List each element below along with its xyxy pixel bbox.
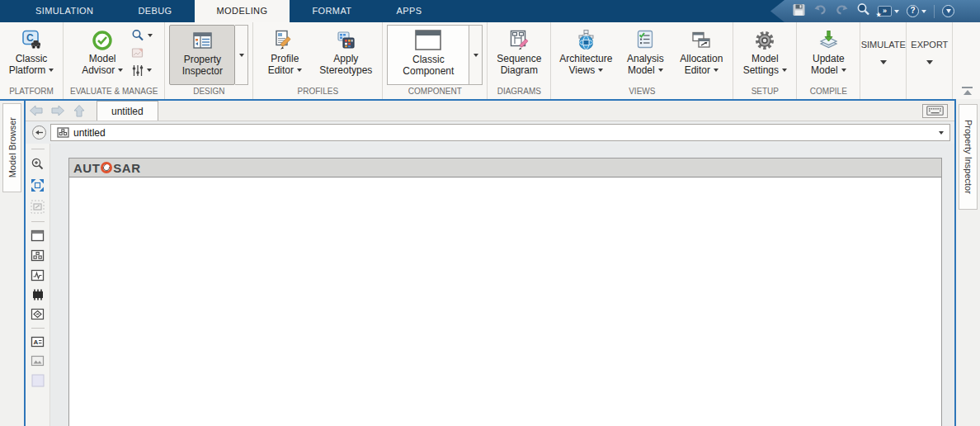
undo-icon[interactable] xyxy=(813,3,827,19)
keyboard-icon xyxy=(926,106,944,116)
dropdown-arrow-icon xyxy=(118,69,123,72)
help-button[interactable]: ? xyxy=(907,5,926,17)
tab-apps[interactable]: APPS xyxy=(374,0,444,22)
toolstrip-tab-bar: SIMULATION DEBUG MODELING FORMAT APPS »★… xyxy=(0,0,980,22)
analysis-model-button[interactable]: Analysis Model xyxy=(618,25,672,85)
back-icon[interactable] xyxy=(26,101,47,121)
property-inspector-button[interactable]: Property Inspector xyxy=(169,25,235,85)
image-icon[interactable] xyxy=(31,355,45,367)
button-label: Profile xyxy=(271,53,299,64)
junction-icon[interactable] xyxy=(31,308,45,320)
sequence-diagram-button[interactable]: Sequence Diagram xyxy=(492,25,546,85)
breadcrumb-item[interactable]: untitled xyxy=(73,127,106,139)
classic-platform-button[interactable]: C Classic Platform xyxy=(4,25,59,85)
simulate-gallery[interactable]: SIMULATE xyxy=(860,22,907,99)
signal-icon[interactable] xyxy=(31,269,45,282)
dropdown-arrow-icon xyxy=(841,69,846,72)
dropdown-arrow-icon xyxy=(49,69,54,72)
save-icon[interactable] xyxy=(792,3,806,20)
up-icon[interactable] xyxy=(68,101,90,121)
zoom-in-icon[interactable] xyxy=(31,157,45,171)
profile-editor-button[interactable]: Profile Editor xyxy=(257,25,312,85)
workspace: Model Browser untitled xyxy=(0,99,980,426)
property-inspector-label: Property Inspector xyxy=(964,120,973,194)
component-gallery-dropdown[interactable] xyxy=(469,25,483,85)
subsystem-icon xyxy=(57,127,69,138)
model-canvas[interactable]: AUTSAR xyxy=(68,158,942,426)
keyboard-shortcuts-button[interactable] xyxy=(922,104,948,118)
dropdown-arrow-icon xyxy=(782,69,787,72)
tab-debug[interactable]: DEBUG xyxy=(115,0,194,22)
search-icon[interactable] xyxy=(856,2,870,20)
model-settings-button[interactable]: Model Settings xyxy=(737,25,792,85)
button-label: Architecture xyxy=(559,53,612,64)
fit-to-view-icon[interactable] xyxy=(31,178,45,192)
model-advisor-button[interactable]: Model Advisor xyxy=(75,25,130,85)
divider xyxy=(31,328,45,329)
tab-modeling[interactable]: MODELING xyxy=(195,0,290,22)
architecture-views-button[interactable]: Architecture Views xyxy=(555,25,616,85)
breadcrumb-dropdown-icon[interactable] xyxy=(939,131,944,135)
apply-stereotypes-button[interactable]: Apply Stereotypes xyxy=(313,25,378,85)
section-diagrams: Sequence Diagram DIAGRAMS xyxy=(488,22,551,99)
button-label: Model xyxy=(89,53,116,64)
autosar-logo: AUTSAR xyxy=(73,161,141,175)
property-inspector-dropdown[interactable] xyxy=(235,25,248,85)
classic-component-button[interactable]: Classic Component xyxy=(387,25,469,85)
button-label: Analysis xyxy=(627,53,664,64)
minimize-toolstrip-icon[interactable] xyxy=(942,5,954,17)
button-label: Update xyxy=(813,53,845,64)
dropdown-arrow-icon xyxy=(658,69,663,72)
gallery-title: SIMULATE xyxy=(861,40,906,50)
tab-format[interactable]: FORMAT xyxy=(290,0,374,22)
model-browser-tab[interactable]: Model Browser xyxy=(2,103,21,192)
compare-button[interactable] xyxy=(131,63,153,78)
breadcrumb[interactable]: untitled xyxy=(50,124,950,141)
screenshot-icon xyxy=(131,47,144,59)
shortcuts-button[interactable]: »★ xyxy=(878,6,899,17)
forward-icon[interactable] xyxy=(47,101,68,121)
help-icon: ? xyxy=(907,5,919,17)
document-tab-label: untitled xyxy=(111,106,144,117)
find-button[interactable] xyxy=(131,28,153,43)
architecture-views-icon xyxy=(575,27,597,53)
section-design: Property Inspector DESIGN xyxy=(165,22,253,99)
section-evaluate-manage: Model Advisor EVALUATE & MANAGE xyxy=(64,22,165,99)
model-browser-label: Model Browser xyxy=(7,117,17,178)
update-model-icon xyxy=(817,27,840,53)
autosar-logo-text: AUT xyxy=(73,161,100,175)
export-gallery[interactable]: EXPORT xyxy=(907,22,953,99)
find-icon xyxy=(131,29,145,43)
property-inspector-tab[interactable]: Property Inspector xyxy=(959,104,978,210)
area-icon[interactable] xyxy=(31,374,45,387)
section-profiles: Profile Editor Apply Stereotypes PROFILE… xyxy=(253,22,383,99)
profile-editor-icon xyxy=(273,27,296,53)
update-model-button[interactable]: Update Model xyxy=(801,25,855,85)
allocation-editor-button[interactable]: Allocation Editor xyxy=(674,25,728,85)
section-label: DIAGRAMS xyxy=(488,85,550,99)
zoom-region-icon[interactable] xyxy=(31,200,45,214)
document-tab-untitled[interactable]: untitled xyxy=(97,101,158,121)
document-tab-bar: untitled xyxy=(26,101,954,121)
collapse-toolstrip-icon[interactable] xyxy=(962,87,973,95)
svg-text:C: C xyxy=(26,32,34,44)
section-setup: Model Settings SETUP xyxy=(733,22,797,99)
toolstrip-tabs: SIMULATION DEBUG MODELING FORMAT APPS xyxy=(0,0,444,22)
sequence-diagram-icon xyxy=(508,27,530,53)
annotation-icon[interactable]: A xyxy=(31,336,45,348)
component-icon[interactable] xyxy=(31,230,45,242)
model-settings-icon xyxy=(754,27,775,53)
composition-icon[interactable] xyxy=(31,249,45,262)
dropdown-arrow-icon xyxy=(297,69,302,72)
screenshot-button[interactable] xyxy=(131,45,153,60)
button-label: Views xyxy=(568,64,595,76)
dropdown-arrow-icon xyxy=(147,69,152,72)
quick-access-toolbar: »★ ? xyxy=(770,0,980,22)
chip-icon[interactable] xyxy=(31,289,45,301)
hide-browser-icon[interactable] xyxy=(32,125,46,140)
button-label: Model xyxy=(628,64,655,76)
divider xyxy=(934,5,935,18)
tab-simulation[interactable]: SIMULATION xyxy=(13,0,115,22)
section-label: PROFILES xyxy=(253,85,382,99)
redo-icon[interactable] xyxy=(835,3,849,19)
